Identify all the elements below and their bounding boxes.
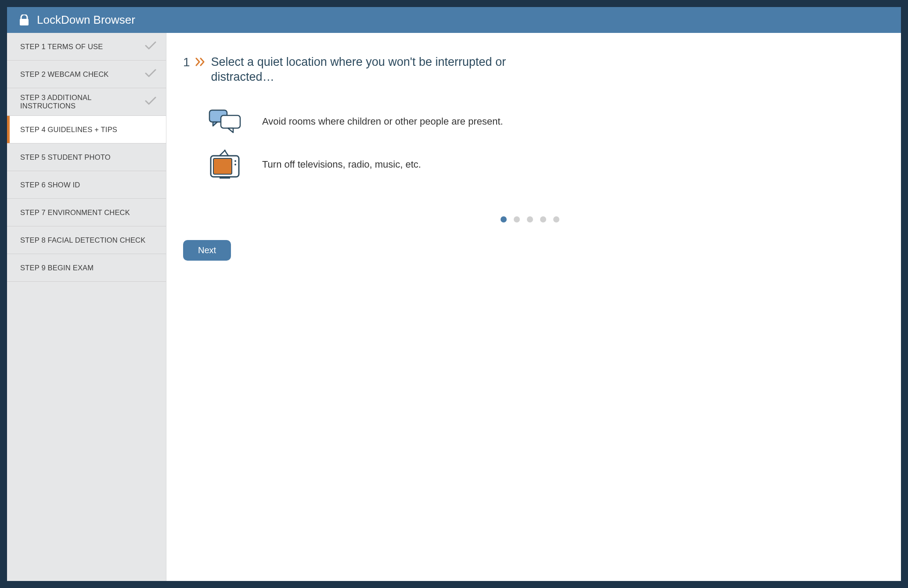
page-number: 1 [183, 55, 190, 70]
sidebar-step-4[interactable]: STEP 4 GUIDELINES + TIPS [7, 116, 166, 143]
pager-dot-5[interactable] [553, 216, 559, 222]
sidebar-step-label: STEP 2 WEBCAM CHECK [20, 70, 109, 79]
svg-rect-2 [221, 115, 240, 128]
sidebar-step-2[interactable]: STEP 2 WEBCAM CHECK [7, 61, 166, 88]
sidebar-step-8[interactable]: STEP 8 FACIAL DETECTION CHECK [7, 226, 166, 254]
sidebar-step-label: STEP 6 SHOW ID [20, 181, 80, 189]
sidebar-step-label: STEP 4 GUIDELINES + TIPS [20, 125, 117, 134]
app-body: STEP 1 TERMS OF USESTEP 2 WEBCAM CHECKST… [7, 33, 901, 581]
lock-icon [19, 14, 29, 26]
tips-list: Avoid rooms where children or other peop… [183, 102, 876, 194]
sidebar-step-label: STEP 3 ADDITIONAL INSTRUCTIONS [20, 93, 145, 110]
check-icon [145, 97, 156, 107]
pager-dot-1[interactable] [501, 216, 507, 222]
sidebar-step-label: STEP 7 ENVIRONMENT CHECK [20, 208, 130, 217]
step-sidebar: STEP 1 TERMS OF USESTEP 2 WEBCAM CHECKST… [7, 33, 166, 581]
svg-point-6 [234, 160, 236, 162]
tv-icon [205, 150, 245, 179]
sidebar-step-label: STEP 5 STUDENT PHOTO [20, 153, 111, 161]
check-icon [145, 69, 156, 79]
svg-rect-0 [20, 19, 29, 25]
sidebar-step-label: STEP 1 TERMS OF USE [20, 43, 103, 51]
main-content: 1 Select a quiet location where you won'… [166, 33, 901, 581]
tip-row: Turn off televisions, radio, music, etc. [205, 150, 876, 179]
app-frame: LockDown Browser STEP 1 TERMS OF USESTEP… [7, 7, 901, 581]
sidebar-step-label: STEP 9 BEGIN EXAM [20, 264, 94, 272]
sidebar-step-7[interactable]: STEP 7 ENVIRONMENT CHECK [7, 199, 166, 226]
next-button-row: Next [183, 240, 876, 261]
content-heading-row: 1 Select a quiet location where you won'… [183, 55, 876, 85]
next-button[interactable]: Next [183, 240, 231, 261]
check-icon [145, 41, 156, 52]
svg-point-7 [234, 164, 236, 165]
sidebar-step-label: STEP 8 FACIAL DETECTION CHECK [20, 236, 145, 244]
svg-rect-5 [213, 158, 232, 174]
pager-dot-4[interactable] [540, 216, 546, 222]
sidebar-step-5[interactable]: STEP 5 STUDENT PHOTO [7, 143, 166, 171]
tip-row: Avoid rooms where children or other peop… [205, 108, 876, 135]
pager-dot-2[interactable] [514, 216, 520, 222]
tip-text: Turn off televisions, radio, music, etc. [262, 159, 421, 170]
sidebar-step-3[interactable]: STEP 3 ADDITIONAL INSTRUCTIONS [7, 88, 166, 116]
app-title: LockDown Browser [37, 13, 135, 27]
chevron-right-double-icon [195, 57, 206, 66]
sidebar-step-6[interactable]: STEP 6 SHOW ID [7, 171, 166, 199]
sidebar-step-1[interactable]: STEP 1 TERMS OF USE [7, 33, 166, 61]
svg-rect-8 [220, 177, 230, 179]
pager-dots [183, 216, 876, 222]
tip-text: Avoid rooms where children or other peop… [262, 116, 503, 127]
sidebar-step-9[interactable]: STEP 9 BEGIN EXAM [7, 254, 166, 282]
page-heading: Select a quiet location where you won't … [211, 55, 527, 85]
speech-bubbles-icon [205, 108, 245, 135]
pager-dot-3[interactable] [527, 216, 533, 222]
svg-point-3 [224, 150, 226, 151]
titlebar: LockDown Browser [7, 7, 901, 33]
